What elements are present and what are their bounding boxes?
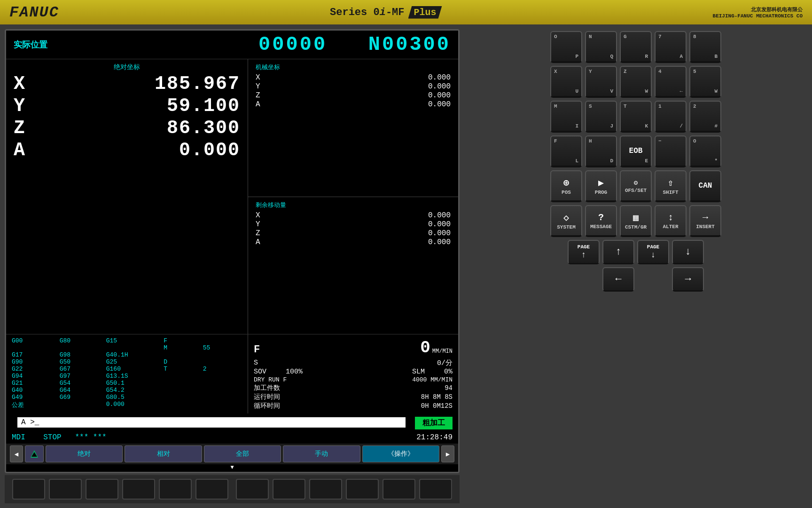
key-5[interactable]: 5W: [689, 66, 721, 98]
key-system[interactable]: ◇ SYSTEM: [550, 205, 582, 237]
main-container: 实际位置 00000 N00300 绝对坐标 X 185.967: [0, 24, 812, 508]
axis-z-abs: Z 86.300: [14, 118, 240, 139]
key-shift[interactable]: ⇧ SHIFT: [655, 170, 687, 202]
axis-x-value: 185.967: [37, 73, 240, 95]
key-arrow-down[interactable]: ↓: [672, 240, 704, 264]
run-time-value: 8H 8M 8S: [382, 393, 453, 401]
kbd-nav-row: PAGE ↑ ↑ PAGE ↓ ↓: [466, 240, 805, 264]
mech-header: 机械坐标: [256, 63, 451, 71]
bottom-btn-3[interactable]: [86, 479, 118, 500]
company-cn: 北京发那科机电有限公: [713, 6, 803, 13]
s-value: 0/分: [371, 358, 453, 367]
softkeys-container: ◀ 绝对 相对 全部 手动 《操作》 ▶ ▼: [6, 444, 458, 472]
gcodes-left: G00 G80 G15 F M 55 G17 G98 G40.1H: [6, 334, 248, 413]
bottom-btn-12[interactable]: [419, 479, 452, 500]
bottom-btn-8[interactable]: [273, 479, 305, 500]
axis-x-label: X: [14, 73, 37, 95]
key-h[interactable]: HD: [585, 135, 617, 167]
key-8[interactable]: 8B: [689, 31, 721, 63]
key-o-star[interactable]: O*: [689, 135, 721, 167]
bottom-btn-6[interactable]: [195, 479, 228, 500]
screen-title: 实际位置: [14, 39, 47, 50]
remain-header: 剩余移动量: [256, 201, 451, 209]
key-t[interactable]: TK: [620, 101, 652, 133]
status-time: 21:28:49: [416, 433, 453, 442]
bottom-btn-4[interactable]: [122, 479, 155, 500]
f-row: F 0 MM/MIN: [254, 338, 453, 357]
key-s[interactable]: SJ: [585, 101, 617, 133]
bottom-btn-2[interactable]: [49, 479, 82, 500]
company-info: 北京发那科机电有限公 BEIJING-FANUC MECHATRONICS CO: [713, 6, 803, 19]
key-m[interactable]: MI: [550, 101, 582, 133]
softkey-operate[interactable]: 《操作》: [362, 445, 439, 462]
kbd-row-4: FL HD EOBE − O*: [466, 135, 805, 167]
cycle-time-value: 0H 0M12S: [382, 402, 453, 410]
key-n[interactable]: NQ: [585, 31, 617, 63]
cnc-screen: 实际位置 00000 N00300 绝对坐标 X 185.967: [5, 29, 460, 473]
key-4[interactable]: 4←: [655, 66, 687, 98]
key-eob[interactable]: EOBE: [620, 135, 652, 167]
softkey-all[interactable]: 全部: [204, 445, 281, 462]
screen-area: 实际位置 00000 N00300 绝对坐标 X 185.967: [5, 29, 460, 503]
key-1[interactable]: 1/: [655, 101, 687, 133]
rough-badge: 粗加工: [415, 417, 453, 429]
softkey-manual[interactable]: 手动: [283, 445, 360, 462]
dry-run-value: 4000 MM/MIN: [386, 376, 453, 383]
key-x[interactable]: XU: [550, 66, 582, 98]
key-arrow-right[interactable]: →: [672, 267, 704, 292]
key-y[interactable]: YV: [585, 66, 617, 98]
key-alter[interactable]: ↕ ALTER: [655, 205, 687, 237]
cycle-time-label: 循环时间: [254, 402, 310, 410]
key-arrow-up[interactable]: ↑: [602, 240, 634, 264]
axis-x-abs: X 185.967: [14, 73, 240, 95]
key-prog[interactable]: ▶ PROG: [585, 170, 617, 202]
company-en: BEIJING-FANUC MECHATRONICS CO: [713, 13, 803, 19]
key-g[interactable]: GR: [620, 31, 652, 63]
softkey-right-arrow[interactable]: ▶: [441, 445, 454, 462]
key-page-up[interactable]: PAGE ↑: [568, 240, 600, 264]
axis-a-label: A: [14, 140, 37, 161]
status-bar: MDI STOP *** *** 21:28:49: [6, 431, 458, 444]
s-label: S: [254, 359, 282, 367]
run-time-label: 运行时间: [254, 393, 310, 401]
key-z[interactable]: ZW: [620, 66, 652, 98]
bottom-btn-5[interactable]: [159, 479, 192, 500]
feed-display: F 0 MM/MIN S 0/分 SOV 100%: [248, 334, 458, 413]
key-page-down[interactable]: PAGE ↓: [637, 240, 669, 264]
bottom-btn-11[interactable]: [383, 479, 415, 500]
key-message[interactable]: ? MESSAGE: [585, 205, 617, 237]
key-7[interactable]: 7A: [655, 31, 687, 63]
softkey-abs[interactable]: 绝对: [46, 445, 123, 462]
key-cstm-gr[interactable]: ▦ CSTM/GR: [620, 205, 652, 237]
key-f[interactable]: FL: [550, 135, 582, 167]
parts-value: 94: [382, 384, 453, 392]
slm-label: SLM: [412, 368, 440, 376]
kbd-row-3: MI SJ TK 1/ 2#: [466, 101, 805, 133]
softkey-rel[interactable]: 相对: [125, 445, 202, 462]
key-o[interactable]: OP: [550, 31, 582, 63]
key-insert[interactable]: → INSERT: [689, 205, 721, 237]
key-pos[interactable]: ⊕ POS: [550, 170, 582, 202]
softkey-left-arrow[interactable]: ◀: [10, 445, 23, 462]
key-can[interactable]: CAN: [689, 170, 721, 202]
kbd-nav-row2: ← →: [466, 267, 805, 292]
key-arrow-left[interactable]: ←: [602, 267, 634, 292]
remain-section: 剩余移动量 X0.000 Y0.000 Z0.000 A0.000: [248, 197, 458, 334]
bottom-btn-9[interactable]: [309, 479, 342, 500]
f-label: F: [254, 344, 282, 356]
kbd-row-1: OP NQ GR 7A 8B: [466, 31, 805, 63]
bottom-btn-7[interactable]: [236, 479, 269, 500]
softkeys-bar: ◀ 绝对 相对 全部 手动 《操作》 ▶: [6, 444, 458, 464]
axis-a-abs: A 0.000: [14, 140, 240, 161]
bottom-btn-1[interactable]: [12, 479, 45, 500]
key-ofs-set[interactable]: ⚙ OFS/SET: [620, 170, 652, 202]
axis-y-value: 59.100: [37, 95, 240, 117]
down-arrow: ▼: [6, 464, 458, 472]
input-line[interactable]: A >_: [17, 417, 406, 428]
series-text: Series 0i-MF: [330, 7, 404, 18]
bottom-btn-10[interactable]: [346, 479, 379, 500]
key-2[interactable]: 2#: [689, 101, 721, 133]
gcodes-area: G00 G80 G15 F M 55 G17 G98 G40.1H: [6, 334, 458, 413]
axis-y-label: Y: [14, 95, 37, 117]
key-minus[interactable]: −: [655, 135, 687, 167]
